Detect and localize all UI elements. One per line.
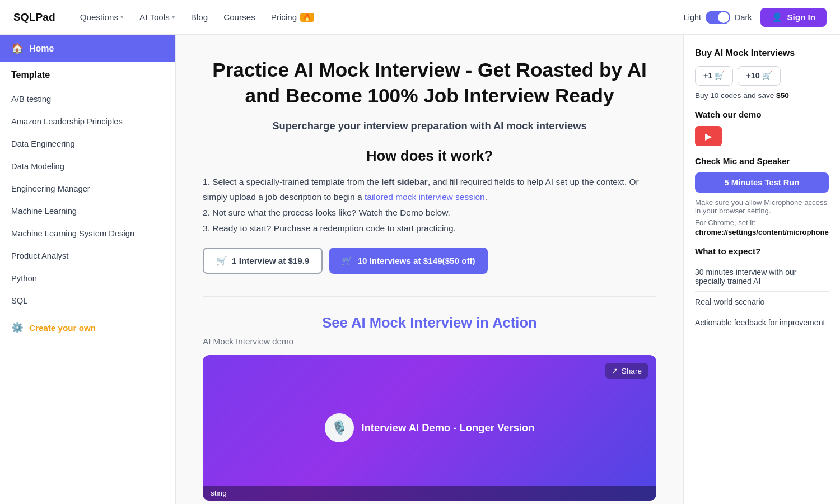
nav-courses[interactable]: Courses bbox=[217, 9, 262, 25]
top-nav: SQLPad Questions ▾ AI Tools ▾ Blog Cours… bbox=[0, 0, 840, 35]
sidebar-item-data-modeling[interactable]: Data Modeling bbox=[0, 155, 175, 178]
cart-icon: 🛒 bbox=[216, 255, 227, 266]
sidebar-item-engineering-manager[interactable]: Engineering Manager bbox=[0, 178, 175, 200]
expect-item-1: 30 minutes interview with our specially … bbox=[695, 262, 829, 291]
save-label: Buy 10 codes and save $50 bbox=[695, 91, 829, 100]
sidebar: 🏠 Home Template A/B testing Amazon Leade… bbox=[0, 35, 176, 504]
right-panel: Buy AI Mock Interviews +1 🛒 +10 🛒 Buy 10… bbox=[683, 35, 840, 504]
sting-bar: sting bbox=[203, 486, 656, 501]
pricing-badge: 🔥 bbox=[300, 13, 314, 22]
cart-icon: 🛒 bbox=[342, 255, 353, 266]
sign-in-button[interactable]: 👤 Sign In bbox=[760, 8, 827, 27]
nav-blog[interactable]: Blog bbox=[184, 9, 214, 25]
hero-subtitle: Supercharge your interview preparation w… bbox=[203, 120, 656, 132]
theme-switch[interactable] bbox=[706, 11, 730, 24]
video-title: Interview AI Demo - Longer Version bbox=[362, 422, 535, 434]
what-to-expect-title: What to expect? bbox=[695, 246, 829, 256]
person-icon: 👤 bbox=[772, 12, 782, 22]
theme-dark-label: Dark bbox=[735, 13, 752, 22]
chevron-down-icon: ▾ bbox=[172, 13, 175, 21]
buy-title: Buy AI Mock Interviews bbox=[695, 48, 829, 58]
sidebar-item-data-engineering[interactable]: Data Engineering bbox=[0, 133, 175, 155]
sidebar-item-product-analyst[interactable]: Product Analyst bbox=[0, 245, 175, 267]
theme-light-label: Light bbox=[684, 13, 701, 22]
video-inner: 🎙️ Interview AI Demo - Longer Version bbox=[325, 413, 535, 442]
watch-demo-title: Watch our demo bbox=[695, 110, 829, 119]
nav-links: Questions ▾ AI Tools ▾ Blog Courses Pric… bbox=[73, 9, 666, 25]
how-it-works-title: How does it work? bbox=[203, 148, 656, 164]
main-content: Practice AI Mock Interview - Get Roasted… bbox=[176, 35, 683, 504]
expect-item-2: Real-world scenario bbox=[695, 291, 829, 312]
sidebar-item-amazon[interactable]: Amazon Leadership Principles bbox=[0, 110, 175, 133]
star-icon: ⚙️ bbox=[11, 322, 24, 334]
toggle-thumb bbox=[718, 12, 729, 23]
tailored-mock-link[interactable]: tailored mock interview session bbox=[365, 192, 485, 202]
add-10-button[interactable]: +10 🛒 bbox=[738, 66, 780, 86]
home-icon: 🏠 bbox=[11, 43, 24, 54]
sidebar-item-ab-testing[interactable]: A/B testing bbox=[0, 88, 175, 110]
step-3: 3. Ready to start? Purchase a redemption… bbox=[203, 221, 656, 236]
hero-title: Practice AI Mock Interview - Get Roasted… bbox=[203, 57, 656, 109]
buy-10-interviews-button[interactable]: 🛒 10 Interviews at $149($50 off) bbox=[329, 248, 487, 274]
mic-note: Make sure you allow Microphone access in… bbox=[695, 198, 829, 215]
purchase-row: 🛒 1 Interview at $19.9 🛒 10 Interviews a… bbox=[203, 248, 656, 274]
section-divider bbox=[203, 296, 656, 297]
main-layout: 🏠 Home Template A/B testing Amazon Leade… bbox=[0, 35, 840, 504]
expect-item-3: Actionable feedback for improvement bbox=[695, 312, 829, 333]
sidebar-item-python[interactable]: Python bbox=[0, 267, 175, 290]
play-icon: ▶ bbox=[705, 131, 712, 142]
test-run-button[interactable]: 5 Minutes Test Run bbox=[695, 172, 829, 193]
chrome-note: For Chrome, set it: bbox=[695, 218, 829, 227]
video-thumbnail[interactable]: 🎙️ Interview AI Demo - Longer Version ↗ … bbox=[203, 355, 656, 501]
brand-logo[interactable]: SQLPad bbox=[13, 11, 55, 24]
nav-ai-tools[interactable]: AI Tools ▾ bbox=[133, 9, 182, 25]
sidebar-item-machine-learning[interactable]: Machine Learning bbox=[0, 200, 175, 222]
sidebar-item-template[interactable]: Template bbox=[0, 62, 175, 88]
nav-questions[interactable]: Questions ▾ bbox=[73, 9, 130, 25]
buy-1-interview-button[interactable]: 🛒 1 Interview at $19.9 bbox=[203, 248, 323, 274]
sidebar-item-ml-system-design[interactable]: Machine Learning System Design bbox=[0, 222, 175, 245]
youtube-thumb[interactable]: ▶ bbox=[695, 126, 722, 146]
buy-btn-row: +1 🛒 +10 🛒 bbox=[695, 66, 829, 86]
sidebar-home[interactable]: 🏠 Home bbox=[0, 35, 175, 62]
step-1: 1. Select a specially-trained template f… bbox=[203, 174, 656, 206]
demo-label: AI Mock Interview demo bbox=[203, 337, 656, 346]
share-icon: ↗ bbox=[612, 366, 618, 375]
share-button[interactable]: ↗ Share bbox=[605, 363, 648, 379]
sidebar-item-sql[interactable]: SQL bbox=[0, 290, 175, 312]
steps-content: 1. Select a specially-trained template f… bbox=[203, 174, 656, 237]
avatar: 🎙️ bbox=[325, 413, 354, 442]
chrome-link: chrome://settings/content/microphone bbox=[695, 228, 829, 236]
theme-toggle[interactable]: Light Dark bbox=[684, 11, 752, 24]
step-2: 2. Not sure what the process looks like?… bbox=[203, 205, 656, 221]
demo-title: See AI Mock Interview in Action bbox=[203, 315, 656, 331]
chevron-down-icon: ▾ bbox=[120, 13, 124, 21]
nav-right: Light Dark 👤 Sign In bbox=[684, 8, 827, 27]
add-1-button[interactable]: +1 🛒 bbox=[695, 66, 733, 86]
nav-pricing[interactable]: Pricing 🔥 bbox=[264, 9, 321, 25]
sidebar-create-own[interactable]: ⚙️ Create your own bbox=[0, 314, 175, 342]
check-mic-title: Check Mic and Speaker bbox=[695, 156, 829, 166]
